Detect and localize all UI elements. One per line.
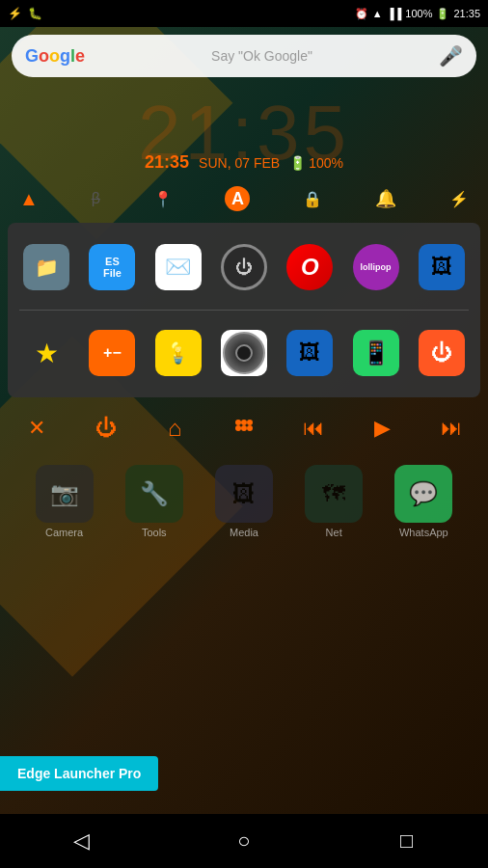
bg-apps-row: 📷 Camera 🔧 Tools 🖼 Media 🗺 Net 💬 WhatsAp… (0, 455, 488, 548)
bg-app-camera-label: Camera (45, 527, 83, 538)
app-gmail[interactable]: ✉️ (148, 236, 209, 298)
prev-button[interactable]: ⏮ (296, 411, 331, 446)
nav-back-button[interactable]: ◁ (52, 822, 110, 860)
app-power-toggles[interactable] (213, 236, 275, 298)
battery-icon-display: 🔋 (289, 155, 306, 171)
google-search-hint: Say "Ok Google" (211, 48, 312, 64)
signal-icon: ▐▐ (387, 8, 402, 19)
wifi-icon[interactable]: ▲ (19, 188, 39, 210)
status-row: 21:35 SUN, 07 FEB 🔋 100% (0, 152, 488, 173)
bg-app-media[interactable]: 🖼 Media (215, 465, 273, 538)
app-light[interactable]: 💡 (148, 322, 209, 384)
svg-point-2 (247, 420, 253, 425)
bg-app-tools-label: Tools (142, 527, 167, 538)
alarm-status-icon: ⏰ (355, 8, 368, 20)
edge-launcher-label: Edge Launcher Pro (17, 766, 141, 781)
app-row-2: ★ +− 💡 🖼 📱 (14, 318, 474, 388)
apps-button[interactable] (227, 411, 261, 446)
nav-bar: ◁ ○ □ (0, 814, 488, 868)
svg-point-3 (235, 425, 241, 431)
app-row-divider (19, 310, 469, 311)
svg-point-5 (247, 425, 253, 431)
home-button[interactable]: ⌂ (157, 411, 192, 446)
auto-brightness-icon[interactable]: A (225, 186, 250, 211)
bg-app-whatsapp[interactable]: 💬 WhatsApp (394, 465, 452, 538)
app-whatsapp[interactable]: 📱 (345, 322, 407, 384)
bg-app-tools[interactable]: 🔧 Tools (125, 465, 183, 538)
status-bar: ⚡ 🐛 ⏰ ▲ ▐▐ 100% 🔋 21:35 (0, 0, 488, 27)
status-time-display: 21:35 (145, 152, 189, 173)
bg-app-media-label: Media (230, 527, 258, 538)
close-button[interactable]: ✕ (19, 411, 54, 446)
star-icon: ★ (35, 338, 59, 369)
bluetooth-icon[interactable]: β (92, 190, 100, 207)
alarm-icon[interactable]: 🔔 (375, 188, 396, 209)
next-button[interactable]: ⏭ (434, 411, 469, 446)
app-row-1: 📁 ESFile ✉️ O lollipop (14, 232, 474, 302)
app-photo-wall-2[interactable]: 🖼 (279, 322, 340, 384)
location-icon[interactable]: 📍 (153, 190, 173, 208)
google-logo: Google (25, 46, 85, 67)
status-time: 21:35 (453, 8, 480, 19)
bg-app-whatsapp-label: WhatsApp (399, 527, 448, 538)
grid-icon (233, 418, 255, 439)
app-camera[interactable] (213, 322, 275, 384)
app-calculator[interactable]: +− (81, 322, 143, 384)
bug-icon: 🐛 (28, 7, 42, 20)
bg-app-net[interactable]: 🗺 Net (305, 465, 363, 538)
app-photo-wall[interactable]: 🖼 (411, 236, 473, 298)
battery-percent: 100% (405, 8, 432, 19)
power-button[interactable]: ⏻ (89, 411, 123, 446)
edge-launcher-badge[interactable]: Edge Launcher Pro (0, 756, 158, 791)
svg-point-0 (235, 420, 241, 425)
status-bar-left: ⚡ 🐛 (8, 7, 42, 20)
nav-recents-button[interactable]: □ (378, 822, 436, 860)
app-files[interactable]: 📁 (15, 236, 77, 298)
bottom-controls: ✕ ⏻ ⌂ ⏮ ▶ ⏭ (0, 401, 488, 455)
svg-point-1 (241, 420, 247, 425)
status-battery-display: 🔋 100% (289, 155, 343, 171)
wallpaper-clock-area: 21:35 21:35 SUN, 07 FEB 🔋 100% (0, 85, 488, 178)
quick-icons-row: ▲ β 📍 A 🔒 🔔 ⚡ (0, 178, 488, 219)
bg-app-net-label: Net (326, 527, 342, 538)
svg-point-4 (241, 425, 247, 431)
status-bar-right: ⏰ ▲ ▐▐ 100% 🔋 21:35 (355, 8, 480, 20)
wifi-status-icon: ▲ (372, 8, 383, 19)
app-drawer: 📁 ESFile ✉️ O lollipop (8, 223, 480, 397)
usb-icon: ⚡ (8, 7, 22, 20)
google-search-bar[interactable]: Google Say "Ok Google" 🎤 (12, 35, 476, 77)
status-date-display: SUN, 07 FEB (199, 155, 280, 171)
play-button[interactable]: ▶ (365, 411, 399, 446)
lock-rotate-icon[interactable]: 🔒 (303, 190, 322, 208)
app-favorites[interactable]: ★ (15, 322, 77, 384)
battery-icon: 🔋 (436, 8, 449, 20)
app-lollipop[interactable]: lollipop (345, 236, 407, 298)
app-power-menu[interactable]: ⏻ (411, 322, 473, 384)
battery-pct-display: 100% (309, 155, 343, 171)
mic-icon[interactable]: 🎤 (439, 44, 463, 68)
app-opera[interactable]: O (279, 236, 340, 298)
flash-off-icon[interactable]: ⚡ (449, 190, 469, 208)
nav-home-button[interactable]: ○ (215, 822, 273, 860)
app-es-explorer[interactable]: ESFile (81, 236, 143, 298)
bg-app-camera[interactable]: 📷 Camera (36, 465, 94, 538)
